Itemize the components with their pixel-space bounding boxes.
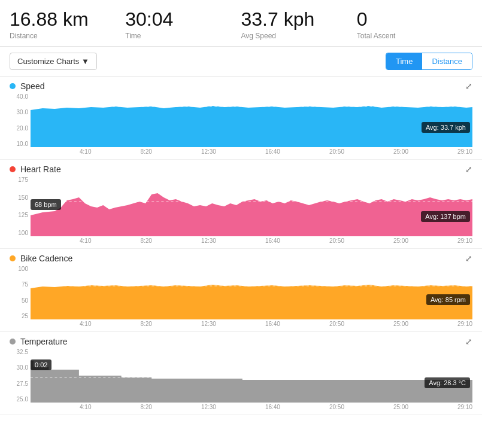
hr-x-axis: 4:10 8:20 12:30 16:40 20:50 25:00 29:10: [31, 237, 472, 248]
stat-avg-speed: 33.7 kph Avg Speed: [241, 8, 357, 40]
avg-speed-value: 33.7 kph: [241, 8, 357, 31]
temp-dot: [10, 339, 16, 345]
cadence-chart-header: Bike Cadence ⤢: [0, 249, 482, 266]
distance-toggle-button[interactable]: Distance: [422, 53, 472, 69]
temp-chart-header: Temperature ⤢: [0, 332, 482, 349]
temp-y-axis: 32.5 30.0 27.5 25.0: [10, 349, 31, 403]
time-distance-toggle: Time Distance: [386, 53, 472, 70]
temp-chart-area: 32.5 30.0 27.5 25.0: [10, 349, 472, 415]
temp-plot: Avg: 28.3 °C 0:02: [31, 349, 472, 403]
cadence-expand-icon[interactable]: ⤢: [465, 254, 472, 263]
customize-charts-button[interactable]: Customize Charts ▼: [10, 53, 97, 70]
time-value: 30:04: [125, 8, 241, 31]
svg-marker-0: [31, 106, 472, 147]
cadence-x-axis: 4:10 8:20 12:30 16:40 20:50 25:00 29:10: [31, 321, 472, 331]
cadence-title: Bike Cadence: [20, 254, 72, 263]
temperature-chart-section: Temperature ⤢ 32.5 30.0 27.5 25.0: [0, 332, 482, 415]
total-ascent-value: 0: [357, 8, 472, 31]
svg-marker-4: [31, 285, 472, 319]
cadence-dot: [10, 255, 16, 261]
speed-x-axis: 4:10 8:20 12:30 16:40 20:50 25:00 29:10: [31, 148, 472, 159]
stat-distance: 16.88 km Distance: [10, 8, 125, 40]
speed-chart-area: 40.0 30.0 20.0 10.0: [10, 93, 472, 159]
speed-y-axis: 40.0 30.0 20.0 10.0: [10, 93, 31, 147]
temp-avg-badge: Avg: 28.3 °C: [425, 377, 470, 388]
speed-title: Speed: [20, 81, 44, 91]
cadence-chart-section: Bike Cadence ⤢ 100 75 50 25: [0, 249, 482, 332]
hr-dot: [10, 166, 16, 172]
cadence-title-row: Bike Cadence: [10, 254, 72, 263]
total-ascent-label: Total Ascent: [357, 32, 472, 40]
stat-time: 30:04 Time: [125, 8, 241, 40]
svg-marker-2: [31, 193, 472, 236]
stat-total-ascent: 0 Total Ascent: [357, 8, 472, 40]
cadence-plot: Avg: 85 rpm: [31, 266, 472, 319]
speed-chart-section: Speed ⤢ 40.0 30.0 20.0 10.0: [0, 77, 482, 160]
temp-title: Temperature: [20, 337, 68, 346]
hr-title: Heart Rate: [20, 164, 61, 174]
hr-y-axis: 175 150 125 100: [10, 176, 31, 236]
temp-title-row: Temperature: [10, 337, 68, 346]
cadence-avg-badge: Avg: 85 rpm: [426, 294, 470, 305]
hr-expand-icon[interactable]: ⤢: [465, 164, 472, 174]
temp-x-axis: 4:10 8:20 12:30 16:40 20:50 25:00 29:10: [31, 404, 472, 415]
svg-marker-6: [31, 361, 472, 403]
hr-plot: Avg: 137 bpm 68 bpm: [31, 176, 472, 236]
speed-dot: [10, 83, 16, 89]
charts-container: Speed ⤢ 40.0 30.0 20.0 10.0: [0, 77, 482, 415]
hr-title-row: Heart Rate: [10, 164, 61, 174]
stats-bar: 16.88 km Distance 30:04 Time 33.7 kph Av…: [0, 0, 482, 47]
speed-chart-header: Speed ⤢: [0, 77, 482, 93]
cadence-y-axis: 100 75 50 25: [10, 266, 31, 319]
speed-title-row: Speed: [10, 81, 44, 91]
hr-chart-header: Heart Rate ⤢: [0, 160, 482, 176]
hr-avg-badge: Avg: 137 bpm: [421, 211, 470, 222]
distance-value: 16.88 km: [10, 8, 125, 31]
temp-tooltip: 0:02: [31, 359, 51, 370]
speed-plot: Avg: 33.7 kph: [31, 93, 472, 147]
toolbar: Customize Charts ▼ Time Distance: [0, 47, 482, 77]
hr-chart-area: 175 150 125 100 Avg: 137: [10, 176, 472, 248]
temp-expand-icon[interactable]: ⤢: [465, 337, 472, 346]
speed-expand-icon[interactable]: ⤢: [465, 81, 472, 91]
speed-avg-badge: Avg: 33.7 kph: [422, 122, 470, 133]
avg-speed-label: Avg Speed: [241, 32, 357, 40]
heart-rate-chart-section: Heart Rate ⤢ 175 150 125 100: [0, 160, 482, 249]
time-toggle-button[interactable]: Time: [386, 53, 422, 69]
cadence-chart-area: 100 75 50 25 Avg: 85 rpm: [10, 266, 472, 331]
time-label: Time: [125, 32, 241, 40]
distance-label: Distance: [10, 32, 125, 40]
hr-tooltip: 68 bpm: [31, 199, 61, 210]
